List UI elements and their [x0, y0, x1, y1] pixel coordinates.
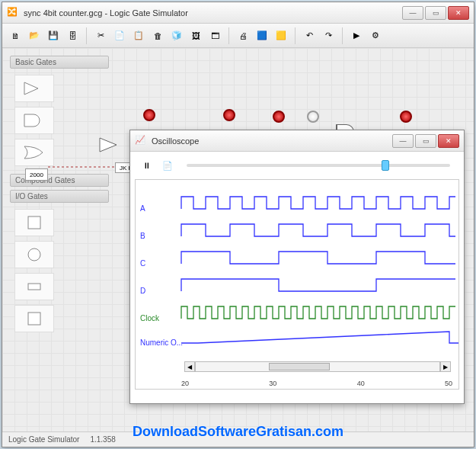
main-title: sync 4bit counter.gcg - Logic Gate Simul…	[24, 8, 402, 18]
led-red[interactable]	[400, 111, 412, 123]
minimize-button[interactable]: —	[402, 6, 423, 20]
osc-maximize-button[interactable]: ▭	[415, 134, 436, 148]
osc-titlebar[interactable]: 📈 Oscilloscope — ▭ ✕	[130, 130, 464, 152]
svg-marker-0	[24, 82, 38, 95]
paste-icon[interactable]: 📋	[130, 27, 147, 44]
osc-slider-handle[interactable]	[382, 160, 389, 171]
main-toolbar: 🗎📂💾🗄✂📄📋🗑🧊🖼🗔🖨🟦🟨↶↷▶⚙	[2, 24, 474, 48]
led-red[interactable]	[273, 111, 285, 123]
oscilloscope-window: 📈 Oscilloscope — ▭ ✕ ⏸ 📄 ◀ ▶ 20304050 AB…	[129, 130, 465, 404]
led-red[interactable]	[223, 109, 235, 121]
object-icon[interactable]: 🧊	[168, 27, 185, 44]
watermark-text: DownloadSoftwareGratisan.com	[0, 424, 476, 440]
osc-chart: ◀ ▶ 20304050 ABCDClockNumeric O...	[135, 179, 459, 390]
palette-gate-and[interactable]	[14, 107, 54, 134]
toggle-view-icon[interactable]: 🗔	[206, 27, 223, 44]
palette-io-circle[interactable]	[14, 241, 54, 268]
delete-icon[interactable]: 🗑	[149, 27, 166, 44]
palette-gate-or[interactable]	[14, 139, 54, 166]
gate-palette: Basic Gates Compound Gates I/O Gates	[10, 56, 109, 340]
palette-io-display[interactable]	[14, 305, 54, 332]
color2-icon[interactable]: 🟨	[273, 27, 289, 44]
svg-marker-5	[100, 138, 117, 152]
close-button[interactable]: ✕	[448, 6, 469, 20]
osc-toolbar: ⏸ 📄	[135, 156, 459, 175]
new-icon[interactable]: 🗎	[7, 27, 24, 44]
led-red[interactable]	[143, 109, 155, 121]
svg-rect-3	[28, 284, 40, 290]
buffer-gate[interactable]	[98, 136, 121, 153]
maximize-button[interactable]: ▭	[425, 6, 446, 20]
palette-section-basic[interactable]: Basic Gates	[10, 56, 109, 69]
pause-icon[interactable]: ⏸	[138, 157, 155, 174]
palette-gate-buffer[interactable]	[14, 75, 54, 102]
led-off[interactable]	[307, 111, 319, 123]
main-titlebar[interactable]: 🔀 sync 4bit counter.gcg - Logic Gate Sim…	[2, 2, 474, 24]
palette-io-label[interactable]	[14, 273, 54, 300]
undo-icon[interactable]: ↶	[301, 27, 318, 44]
oscilloscope-icon: 📈	[135, 135, 147, 147]
screenshot-icon[interactable]: 🖼	[187, 27, 204, 44]
redo-icon[interactable]: ↷	[320, 27, 337, 44]
palette-io-square[interactable]	[14, 209, 54, 236]
svg-rect-4	[28, 313, 40, 325]
color1-icon[interactable]: 🟦	[254, 27, 270, 44]
svg-rect-1	[28, 216, 40, 229]
osc-minimize-button[interactable]: —	[392, 134, 414, 148]
run-icon[interactable]: ▶	[348, 27, 365, 44]
palette-section-io[interactable]: I/O Gates	[10, 190, 109, 203]
snapshot-icon[interactable]: 📄	[159, 157, 176, 174]
save-as-icon[interactable]: 🗄	[64, 27, 81, 44]
osc-close-button[interactable]: ✕	[438, 134, 459, 148]
svg-point-2	[28, 249, 40, 261]
save-icon[interactable]: 💾	[45, 27, 62, 44]
clock-source[interactable]: 2000	[25, 168, 48, 181]
app-icon: 🔀	[7, 7, 19, 19]
open-icon[interactable]: 📂	[26, 27, 43, 44]
osc-time-slider[interactable]	[187, 164, 450, 167]
print-icon[interactable]: 🖨	[235, 27, 251, 44]
cut-icon[interactable]: ✂	[92, 27, 109, 44]
osc-title: Oscilloscope	[152, 136, 392, 146]
copy-icon[interactable]: 📄	[111, 27, 128, 44]
settings-icon[interactable]: ⚙	[367, 27, 384, 44]
